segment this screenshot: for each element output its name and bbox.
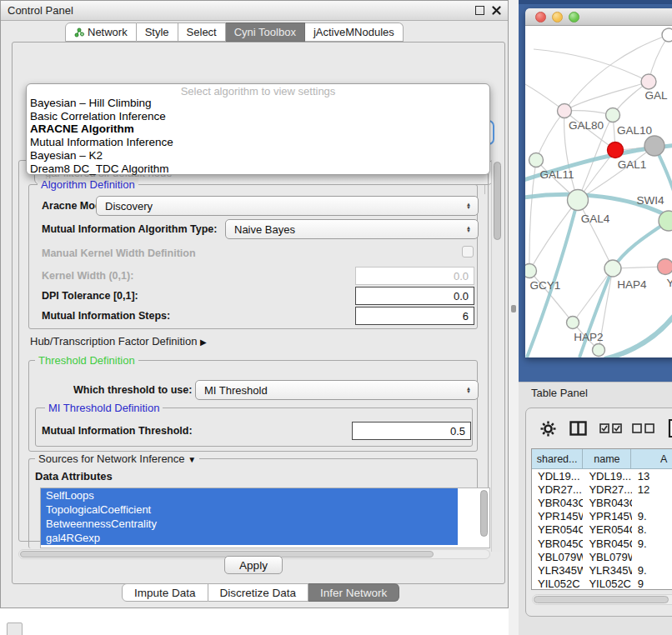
cyni-toolbox-panel: gal-filtered sif default node Select alg… bbox=[12, 42, 505, 584]
column-header[interactable]: A bbox=[631, 449, 672, 469]
network-edge[interactable] bbox=[573, 268, 613, 322]
table-cell: YBL079W bbox=[583, 550, 631, 563]
node-table: shared...nameA YDL19...YDL19...13YDR27..… bbox=[531, 448, 672, 590]
minimized-panel-icon[interactable] bbox=[7, 622, 23, 635]
apply-button[interactable]: Apply bbox=[224, 556, 283, 574]
column-header[interactable]: name bbox=[583, 449, 631, 469]
settings-scrollbar-thumb[interactable] bbox=[494, 162, 501, 240]
node-label: GAL bbox=[644, 89, 668, 102]
aracne-mode-combo[interactable]: Discovery ▲▼ bbox=[96, 196, 479, 216]
table-row[interactable]: YLR345WYLR345W9. bbox=[532, 563, 672, 577]
table-row[interactable]: YPR145WYPR145W9. bbox=[532, 510, 672, 523]
network-node-hap4[interactable] bbox=[604, 260, 621, 277]
mi-steps-input[interactable]: 6 bbox=[355, 307, 474, 325]
which-threshold-combo[interactable]: MI Threshold ▲▼ bbox=[195, 380, 479, 400]
gear-icon[interactable] bbox=[540, 421, 556, 437]
attribute-list-item[interactable]: BetweennessCentrality bbox=[41, 517, 458, 531]
unchecked-boxes-icon[interactable] bbox=[632, 423, 654, 433]
network-node-gal[interactable] bbox=[641, 74, 656, 89]
mi-type-combo[interactable]: Naive Bayes ▲▼ bbox=[225, 219, 479, 239]
tab-network[interactable]: Network bbox=[65, 22, 137, 42]
mi-type-label: Mutual Information Algorithm Type: bbox=[42, 223, 217, 235]
table-hscrollbar-thumb[interactable] bbox=[534, 596, 669, 603]
attribute-list-item[interactable]: gal4RGexp bbox=[41, 531, 458, 545]
tab-cyni-toolbox[interactable]: Cyni Toolbox bbox=[226, 22, 305, 42]
table-cell: YDR27... bbox=[532, 482, 583, 496]
tab-select[interactable]: Select bbox=[178, 22, 226, 42]
table-hscrollbar[interactable] bbox=[532, 594, 672, 605]
network-edge[interactable] bbox=[578, 200, 613, 268]
table-row[interactable]: YBR043CYBR043C bbox=[532, 496, 672, 509]
checked-boxes-icon[interactable] bbox=[599, 423, 622, 433]
data-attributes-list: SelfLoopsTopologicalCoefficientBetweenne… bbox=[40, 488, 490, 548]
tab-jactivemnodules[interactable]: jActiveMNodules bbox=[305, 22, 404, 42]
network-canvas[interactable]: GALGAL80GAL10GAL1GAL11GAL4SWI4GCY1HAP4YH… bbox=[525, 26, 672, 358]
attribute-list-item[interactable]: TopologicalCoefficient bbox=[41, 502, 458, 517]
manual-kernel-checkbox[interactable] bbox=[462, 246, 474, 258]
network-node-gal4[interactable] bbox=[568, 190, 589, 211]
close-icon[interactable] bbox=[492, 6, 501, 15]
table-row[interactable]: YER054CYER054C8. bbox=[532, 523, 672, 537]
mi-steps-label: Mutual Information Steps: bbox=[42, 310, 170, 322]
network-view-window: GALGAL80GAL10GAL1GAL11GAL4SWI4GCY1HAP4YH… bbox=[525, 8, 672, 358]
mi-threshold-input[interactable]: 0.5 bbox=[352, 422, 471, 440]
zoom-traffic-light-icon[interactable] bbox=[569, 12, 579, 22]
network-node-y[interactable] bbox=[658, 259, 672, 275]
network-node[interactable] bbox=[644, 136, 664, 156]
table-panel-window: shared...nameA YDL19...YDL19...13YDR27..… bbox=[525, 408, 672, 617]
table-row[interactable]: YIL052CYIL052C9 bbox=[532, 578, 672, 591]
panel-splitter[interactable] bbox=[509, 0, 519, 635]
network-node-gal11[interactable] bbox=[529, 153, 544, 168]
dropdown-item[interactable]: Bayesian – Hill Climbing bbox=[27, 97, 489, 110]
network-node-hap2[interactable] bbox=[567, 317, 579, 329]
network-edge[interactable] bbox=[534, 49, 649, 82]
dropdown-item[interactable]: Basic Correlation Inference bbox=[27, 110, 489, 123]
table-row[interactable]: YBL079WYBL079W bbox=[532, 550, 672, 563]
table-cell: YPR145W bbox=[532, 510, 583, 523]
which-threshold-label: Which threshold to use: bbox=[73, 384, 192, 396]
column-header[interactable]: shared... bbox=[532, 449, 583, 469]
dropdown-item[interactable]: Dream8 DC_TDC Algorithm bbox=[27, 162, 489, 176]
bottom-tab-discretize-data[interactable]: Discretize Data bbox=[208, 583, 309, 602]
bottom-tab-impute-data[interactable]: Impute Data bbox=[122, 583, 208, 602]
sources-title[interactable]: Sources for Network Inference ▼ bbox=[35, 452, 199, 465]
tab-label: Cyni Toolbox bbox=[234, 26, 296, 38]
network-node[interactable] bbox=[593, 344, 605, 357]
splitter-handle-icon[interactable] bbox=[511, 305, 516, 312]
table-row[interactable]: YDR27...YDR27...12 bbox=[532, 482, 672, 496]
network-edge[interactable] bbox=[536, 111, 564, 160]
dpi-tolerance-input[interactable]: 0.0 bbox=[355, 287, 474, 305]
node-label: HAP4 bbox=[617, 278, 647, 291]
data-attributes-label: Data Attributes bbox=[35, 470, 113, 482]
attributes-scrollbar-thumb[interactable] bbox=[480, 490, 488, 537]
minimize-traffic-light-icon[interactable] bbox=[552, 12, 563, 22]
float-icon[interactable] bbox=[475, 6, 484, 15]
page-icon[interactable] bbox=[668, 418, 672, 438]
table-cell: YER054C bbox=[532, 523, 583, 537]
columns-icon[interactable] bbox=[569, 421, 587, 436]
tab-style[interactable]: Style bbox=[137, 22, 178, 42]
table-row[interactable]: YDL19...YDL19...13 bbox=[532, 469, 672, 482]
dropdown-item[interactable]: Bayesian – K2 bbox=[27, 149, 489, 162]
hub-definition-toggle[interactable]: Hub/Transcription Factor Definition ▶ bbox=[30, 335, 207, 348]
network-edge[interactable] bbox=[529, 200, 578, 271]
network-node-gal1[interactable] bbox=[608, 142, 624, 158]
table-row[interactable]: YBR045CYBR045C9. bbox=[532, 537, 672, 550]
close-traffic-light-icon[interactable] bbox=[535, 12, 546, 22]
which-threshold-value: MI Threshold bbox=[204, 384, 466, 397]
network-node[interactable] bbox=[662, 28, 672, 42]
settings-scrollbar[interactable] bbox=[491, 160, 503, 552]
attribute-list-item[interactable]: SelfLoops bbox=[41, 488, 458, 502]
network-edge[interactable] bbox=[564, 82, 649, 111]
network-node-gcy1[interactable] bbox=[525, 264, 537, 278]
bottom-tab-infer-network[interactable]: Infer Network bbox=[308, 583, 399, 602]
table-cell: YDR27... bbox=[583, 482, 631, 496]
network-node-gal10[interactable] bbox=[606, 108, 620, 122]
dropdown-item[interactable]: ARACNE Algorithm bbox=[27, 122, 489, 136]
network-edge[interactable] bbox=[604, 308, 672, 358]
node-label: GAL1 bbox=[618, 158, 647, 171]
kernel-width-input[interactable]: 0.0 bbox=[355, 267, 474, 285]
dropdown-item[interactable]: Mutual Information Inference bbox=[27, 136, 489, 149]
control-panel-tabs: NetworkStyleSelectCyni ToolboxjActiveMNo… bbox=[65, 22, 404, 42]
network-node-gal80[interactable] bbox=[558, 104, 572, 118]
